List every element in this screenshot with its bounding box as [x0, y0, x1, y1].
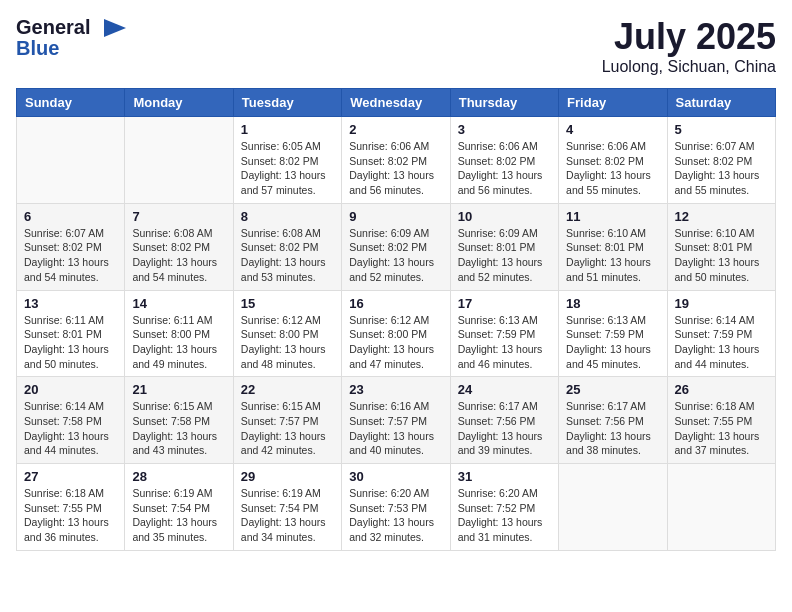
calendar-cell [559, 464, 667, 551]
day-number: 2 [349, 122, 442, 137]
calendar-header-row: SundayMondayTuesdayWednesdayThursdayFrid… [17, 89, 776, 117]
day-number: 13 [24, 296, 117, 311]
logo: General Blue [16, 16, 126, 60]
calendar-cell: 1Sunrise: 6:05 AM Sunset: 8:02 PM Daylig… [233, 117, 341, 204]
day-number: 31 [458, 469, 551, 484]
day-info: Sunrise: 6:18 AM Sunset: 7:55 PM Dayligh… [675, 399, 768, 458]
calendar-cell: 20Sunrise: 6:14 AM Sunset: 7:58 PM Dayli… [17, 377, 125, 464]
calendar-cell [667, 464, 775, 551]
day-number: 10 [458, 209, 551, 224]
calendar-cell: 22Sunrise: 6:15 AM Sunset: 7:57 PM Dayli… [233, 377, 341, 464]
day-number: 12 [675, 209, 768, 224]
col-header-thursday: Thursday [450, 89, 558, 117]
day-number: 1 [241, 122, 334, 137]
calendar-table: SundayMondayTuesdayWednesdayThursdayFrid… [16, 88, 776, 551]
calendar-week-row: 27Sunrise: 6:18 AM Sunset: 7:55 PM Dayli… [17, 464, 776, 551]
day-info: Sunrise: 6:10 AM Sunset: 8:01 PM Dayligh… [566, 226, 659, 285]
calendar-cell: 26Sunrise: 6:18 AM Sunset: 7:55 PM Dayli… [667, 377, 775, 464]
calendar-week-row: 13Sunrise: 6:11 AM Sunset: 8:01 PM Dayli… [17, 290, 776, 377]
day-number: 5 [675, 122, 768, 137]
calendar-cell: 6Sunrise: 6:07 AM Sunset: 8:02 PM Daylig… [17, 203, 125, 290]
day-info: Sunrise: 6:09 AM Sunset: 8:02 PM Dayligh… [349, 226, 442, 285]
day-number: 19 [675, 296, 768, 311]
calendar-cell: 17Sunrise: 6:13 AM Sunset: 7:59 PM Dayli… [450, 290, 558, 377]
day-info: Sunrise: 6:18 AM Sunset: 7:55 PM Dayligh… [24, 486, 117, 545]
day-number: 3 [458, 122, 551, 137]
day-info: Sunrise: 6:14 AM Sunset: 7:58 PM Dayligh… [24, 399, 117, 458]
calendar-cell: 19Sunrise: 6:14 AM Sunset: 7:59 PM Dayli… [667, 290, 775, 377]
col-header-sunday: Sunday [17, 89, 125, 117]
title-block: July 2025 Luolong, Sichuan, China [602, 16, 776, 76]
calendar-cell: 7Sunrise: 6:08 AM Sunset: 8:02 PM Daylig… [125, 203, 233, 290]
calendar-cell: 27Sunrise: 6:18 AM Sunset: 7:55 PM Dayli… [17, 464, 125, 551]
day-number: 8 [241, 209, 334, 224]
day-info: Sunrise: 6:17 AM Sunset: 7:56 PM Dayligh… [458, 399, 551, 458]
day-number: 27 [24, 469, 117, 484]
day-info: Sunrise: 6:08 AM Sunset: 8:02 PM Dayligh… [132, 226, 225, 285]
day-info: Sunrise: 6:15 AM Sunset: 7:57 PM Dayligh… [241, 399, 334, 458]
day-number: 30 [349, 469, 442, 484]
calendar-cell: 3Sunrise: 6:06 AM Sunset: 8:02 PM Daylig… [450, 117, 558, 204]
day-number: 29 [241, 469, 334, 484]
day-info: Sunrise: 6:08 AM Sunset: 8:02 PM Dayligh… [241, 226, 334, 285]
day-info: Sunrise: 6:06 AM Sunset: 8:02 PM Dayligh… [349, 139, 442, 198]
calendar-cell [125, 117, 233, 204]
calendar-cell: 16Sunrise: 6:12 AM Sunset: 8:00 PM Dayli… [342, 290, 450, 377]
day-number: 23 [349, 382, 442, 397]
day-info: Sunrise: 6:14 AM Sunset: 7:59 PM Dayligh… [675, 313, 768, 372]
calendar-cell: 29Sunrise: 6:19 AM Sunset: 7:54 PM Dayli… [233, 464, 341, 551]
location-title: Luolong, Sichuan, China [602, 58, 776, 76]
day-info: Sunrise: 6:07 AM Sunset: 8:02 PM Dayligh… [675, 139, 768, 198]
svg-marker-0 [104, 19, 126, 37]
day-info: Sunrise: 6:06 AM Sunset: 8:02 PM Dayligh… [458, 139, 551, 198]
calendar-cell: 28Sunrise: 6:19 AM Sunset: 7:54 PM Dayli… [125, 464, 233, 551]
day-info: Sunrise: 6:20 AM Sunset: 7:53 PM Dayligh… [349, 486, 442, 545]
day-number: 18 [566, 296, 659, 311]
day-info: Sunrise: 6:07 AM Sunset: 8:02 PM Dayligh… [24, 226, 117, 285]
day-info: Sunrise: 6:11 AM Sunset: 8:00 PM Dayligh… [132, 313, 225, 372]
day-info: Sunrise: 6:17 AM Sunset: 7:56 PM Dayligh… [566, 399, 659, 458]
day-number: 11 [566, 209, 659, 224]
day-info: Sunrise: 6:15 AM Sunset: 7:58 PM Dayligh… [132, 399, 225, 458]
col-header-friday: Friday [559, 89, 667, 117]
day-info: Sunrise: 6:05 AM Sunset: 8:02 PM Dayligh… [241, 139, 334, 198]
calendar-week-row: 20Sunrise: 6:14 AM Sunset: 7:58 PM Dayli… [17, 377, 776, 464]
day-number: 4 [566, 122, 659, 137]
calendar-cell: 4Sunrise: 6:06 AM Sunset: 8:02 PM Daylig… [559, 117, 667, 204]
calendar-cell: 10Sunrise: 6:09 AM Sunset: 8:01 PM Dayli… [450, 203, 558, 290]
calendar-cell: 18Sunrise: 6:13 AM Sunset: 7:59 PM Dayli… [559, 290, 667, 377]
day-info: Sunrise: 6:11 AM Sunset: 8:01 PM Dayligh… [24, 313, 117, 372]
col-header-tuesday: Tuesday [233, 89, 341, 117]
day-number: 17 [458, 296, 551, 311]
day-info: Sunrise: 6:09 AM Sunset: 8:01 PM Dayligh… [458, 226, 551, 285]
day-number: 25 [566, 382, 659, 397]
calendar-cell: 14Sunrise: 6:11 AM Sunset: 8:00 PM Dayli… [125, 290, 233, 377]
day-number: 20 [24, 382, 117, 397]
calendar-cell: 13Sunrise: 6:11 AM Sunset: 8:01 PM Dayli… [17, 290, 125, 377]
col-header-wednesday: Wednesday [342, 89, 450, 117]
day-info: Sunrise: 6:13 AM Sunset: 7:59 PM Dayligh… [458, 313, 551, 372]
logo-flag-icon [104, 19, 126, 37]
calendar-cell: 23Sunrise: 6:16 AM Sunset: 7:57 PM Dayli… [342, 377, 450, 464]
day-info: Sunrise: 6:06 AM Sunset: 8:02 PM Dayligh… [566, 139, 659, 198]
day-info: Sunrise: 6:12 AM Sunset: 8:00 PM Dayligh… [241, 313, 334, 372]
logo-blue: Blue [16, 37, 59, 60]
day-number: 26 [675, 382, 768, 397]
calendar-cell: 8Sunrise: 6:08 AM Sunset: 8:02 PM Daylig… [233, 203, 341, 290]
day-info: Sunrise: 6:16 AM Sunset: 7:57 PM Dayligh… [349, 399, 442, 458]
day-info: Sunrise: 6:12 AM Sunset: 8:00 PM Dayligh… [349, 313, 442, 372]
calendar-cell: 24Sunrise: 6:17 AM Sunset: 7:56 PM Dayli… [450, 377, 558, 464]
day-number: 28 [132, 469, 225, 484]
calendar-cell: 31Sunrise: 6:20 AM Sunset: 7:52 PM Dayli… [450, 464, 558, 551]
day-number: 15 [241, 296, 334, 311]
page-header: General Blue July 2025 Luolong, Sichuan,… [16, 16, 776, 76]
calendar-cell: 25Sunrise: 6:17 AM Sunset: 7:56 PM Dayli… [559, 377, 667, 464]
logo-general: General [16, 16, 90, 39]
day-number: 16 [349, 296, 442, 311]
col-header-saturday: Saturday [667, 89, 775, 117]
day-info: Sunrise: 6:10 AM Sunset: 8:01 PM Dayligh… [675, 226, 768, 285]
calendar-cell: 30Sunrise: 6:20 AM Sunset: 7:53 PM Dayli… [342, 464, 450, 551]
day-number: 9 [349, 209, 442, 224]
calendar-cell [17, 117, 125, 204]
calendar-cell: 12Sunrise: 6:10 AM Sunset: 8:01 PM Dayli… [667, 203, 775, 290]
